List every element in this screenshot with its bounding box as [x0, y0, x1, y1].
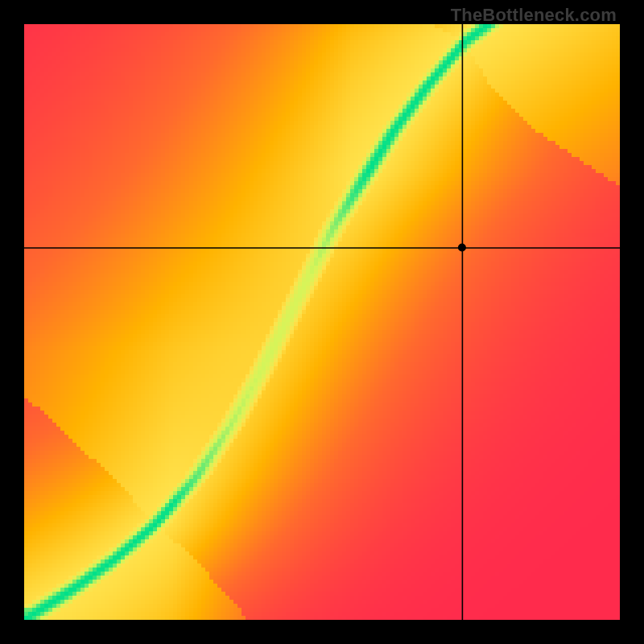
watermark-text: TheBottleneck.com — [451, 5, 617, 26]
chart-frame: TheBottleneck.com — [0, 0, 644, 644]
overlay-crosshair — [24, 24, 620, 620]
